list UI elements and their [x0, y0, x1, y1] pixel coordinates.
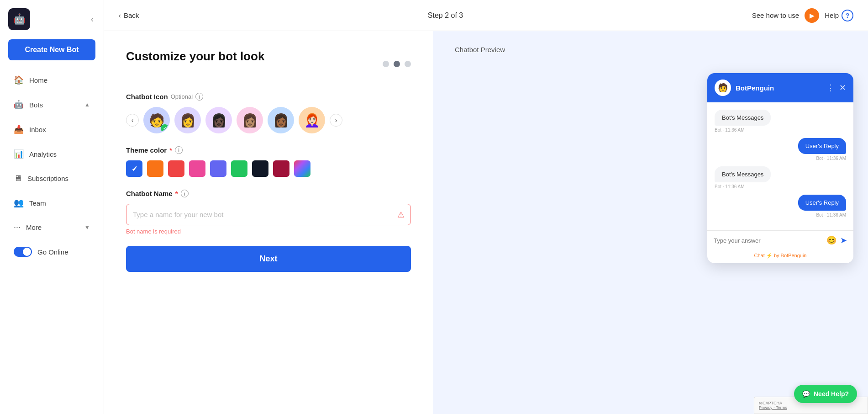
header-right: See how to use ▶ Help ? — [752, 8, 853, 23]
sidebar-item-label-analytics: Analytics — [29, 150, 57, 158]
page-header: ‹ Back Step 2 of 3 See how to use ▶ Help… — [104, 0, 868, 31]
title-row: Customize your bot look — [126, 49, 411, 78]
sidebar-item-label-home: Home — [29, 76, 47, 84]
chatbot-close-icon[interactable]: ✕ — [839, 83, 846, 93]
inbox-icon: 📥 — [14, 124, 24, 134]
theme-color-row: ✓ — [126, 160, 411, 177]
sidebar-item-home[interactable]: 🏠 Home — [4, 69, 100, 91]
step-indicator: Step 2 of 3 — [428, 11, 463, 20]
sidebar-item-team[interactable]: 👥 Team — [4, 191, 100, 214]
bot-bubble-2: Bot's Messages — [715, 166, 771, 182]
step-dot-1 — [383, 61, 389, 67]
step-dot-2 — [394, 61, 400, 67]
avatar-face-4: 👩🏽 — [237, 108, 262, 133]
see-how-link[interactable]: See how to use — [752, 11, 799, 19]
need-help-button[interactable]: 💬 Need Help? — [794, 385, 857, 403]
user-bubble-1: User's Reply — [798, 138, 846, 154]
chatbot-widget-header: 🧑 BotPenguin ⋮ ✕ — [707, 73, 853, 102]
carousel-next-button[interactable]: › — [330, 114, 342, 127]
avatar-option-5[interactable]: 👩🏾 — [268, 107, 294, 133]
avatar-option-6[interactable]: 👩🏻‍🦰 — [299, 107, 325, 133]
avatar-face-3: 👩🏿 — [206, 108, 231, 133]
theme-color-label: Theme color * i — [126, 146, 411, 154]
bots-arrow-icon: ▲ — [84, 101, 90, 108]
chatbot-emoji-button[interactable]: 😊 — [826, 235, 836, 245]
color-swatch-red[interactable] — [168, 160, 184, 177]
bot-avatar-preview: 🧑 — [715, 80, 731, 96]
avatar-face-6: 👩🏻‍🦰 — [300, 108, 324, 133]
color-swatch-gradient[interactable] — [294, 160, 310, 177]
subscriptions-icon: 🖥 — [14, 174, 22, 183]
sidebar-item-label-subscriptions: Subscriptions — [27, 175, 68, 182]
user-message-1: User's Reply Bot · 11:36 AM — [715, 138, 846, 161]
sidebar-item-bots[interactable]: 🤖 Bots ▲ — [4, 93, 100, 116]
avatar-face-5: 👩🏾 — [268, 108, 293, 133]
color-swatch-orange[interactable] — [147, 160, 163, 177]
name-required-star: * — [175, 190, 178, 197]
app-logo: 🤖 — [8, 8, 30, 30]
chatbot-footer: Chat ⚡ by BotPenguin — [707, 250, 853, 263]
bots-icon: 🤖 — [14, 100, 24, 110]
avatar-option-2[interactable]: 👩 — [174, 107, 201, 133]
theme-required-star: * — [169, 146, 172, 154]
step-dot-3 — [405, 61, 411, 67]
sidebar-item-inbox[interactable]: 📥 Inbox — [4, 118, 100, 141]
back-button[interactable]: ‹ Back — [119, 11, 139, 19]
chatbot-icon-info-icon[interactable]: i — [195, 93, 203, 101]
privacy-terms-text[interactable]: Privacy - Terms — [759, 405, 863, 410]
help-button[interactable]: Help ? — [825, 10, 853, 21]
user-message-2: User's Reply Bot · 11:36 AM — [715, 195, 846, 218]
chatbot-name-label: Chatbot Name * i — [126, 190, 411, 197]
sidebar-item-subscriptions[interactable]: 🖥 Subscriptions — [4, 167, 100, 190]
form-panel: Customize your bot look Chatbot Icon Opt… — [104, 31, 433, 414]
analytics-icon: 📊 — [14, 149, 24, 159]
name-info-icon[interactable]: i — [181, 190, 189, 197]
more-arrow-icon: ▼ — [84, 224, 90, 231]
theme-info-icon[interactable]: i — [175, 146, 183, 154]
preview-label: Chatbot Preview — [455, 46, 505, 53]
sidebar-item-label-more: More — [26, 223, 42, 231]
sidebar-item-more[interactable]: ··· More ▼ — [4, 216, 100, 239]
bot-timestamp-1: Bot · 11:36 AM — [715, 127, 745, 133]
create-new-bot-button[interactable]: Create New Bot — [8, 39, 95, 60]
avatar-option-4[interactable]: 👩🏽 — [237, 107, 263, 133]
color-swatch-black[interactable] — [252, 160, 268, 177]
carousel-prev-button[interactable]: ‹ — [126, 114, 139, 127]
name-error-message: Bot name is required — [126, 228, 411, 235]
sidebar-item-analytics[interactable]: 📊 Analytics — [4, 143, 100, 165]
logo-emoji: 🤖 — [13, 13, 26, 25]
help-label: Help — [825, 11, 839, 19]
chatbot-name-input-wrapper: ⚠ — [126, 204, 411, 225]
play-icon[interactable]: ▶ — [805, 8, 819, 23]
bot-timestamp-2: Bot · 11:36 AM — [715, 184, 745, 189]
chatbot-widget-preview: 🧑 BotPenguin ⋮ ✕ Bot's Messages Bot · 11… — [707, 73, 853, 263]
chatbot-more-icon[interactable]: ⋮ — [826, 83, 835, 93]
color-swatch-darkred[interactable] — [273, 160, 289, 177]
optional-tag: Optional — [171, 93, 193, 100]
chatbot-messages-area: Bot's Messages Bot · 11:36 AM User's Rep… — [707, 102, 853, 230]
bot-name-preview: BotPenguin — [736, 84, 774, 92]
avatar-face-2: 👩 — [175, 108, 200, 133]
color-swatch-indigo[interactable] — [210, 160, 226, 177]
user-bubble-2: User's Reply — [798, 195, 846, 211]
color-swatch-green[interactable] — [231, 160, 247, 177]
color-swatch-pink[interactable] — [189, 160, 205, 177]
chatbot-send-button[interactable]: ➤ — [840, 235, 847, 245]
sidebar-item-label-bots: Bots — [29, 101, 43, 109]
sidebar-collapse-button[interactable]: ‹ — [89, 13, 95, 26]
need-help-label: Need Help? — [814, 390, 849, 398]
color-swatch-blue[interactable]: ✓ — [126, 160, 142, 177]
footer-bolt-icon: ⚡ — [766, 253, 773, 258]
chatbot-text-input[interactable] — [714, 237, 823, 244]
sidebar-logo: 🤖 ‹ — [0, 0, 104, 35]
bot-message-2: Bot's Messages Bot · 11:36 AM — [715, 166, 846, 189]
avatar-face-1: 🧑 — [144, 108, 169, 133]
avatar-option-3[interactable]: 👩🏿 — [205, 107, 232, 133]
avatar-option-1[interactable]: 🧑 ✓ — [143, 107, 170, 133]
team-icon: 👥 — [14, 198, 24, 208]
chatbot-icon-label: Chatbot Icon Optional i — [126, 93, 411, 101]
next-button[interactable]: Next — [126, 246, 411, 272]
chatbot-name-input[interactable] — [126, 204, 411, 225]
main-content: ‹ Back Step 2 of 3 See how to use ▶ Help… — [104, 0, 868, 414]
go-online-toggle[interactable] — [14, 247, 32, 257]
